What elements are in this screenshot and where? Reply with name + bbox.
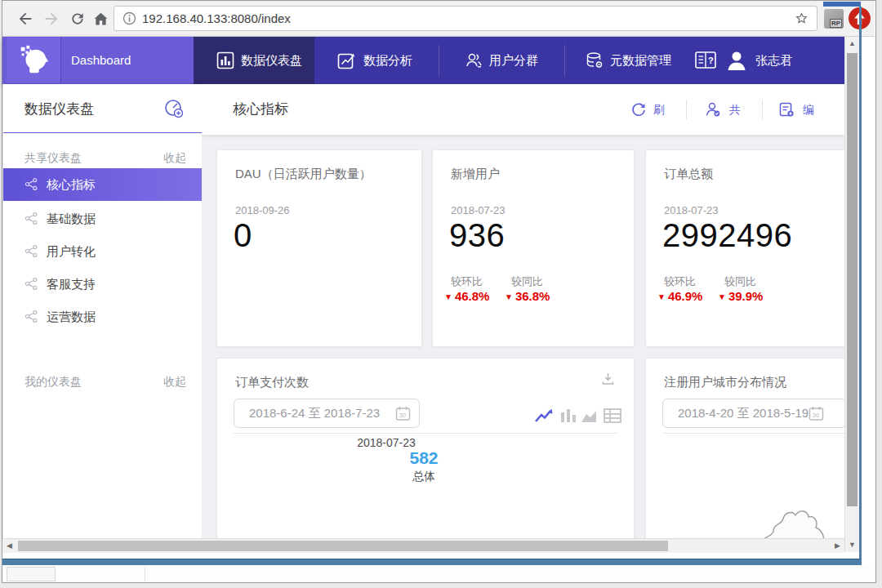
svg-text:30: 30: [813, 412, 819, 418]
logo[interactable]: [7, 38, 61, 83]
frame-blue-right-edge: [859, 7, 862, 559]
kpi-card-dau: DAU（日活跃用户数量） 2018-09-26 0: [216, 149, 422, 347]
database-gear-icon: [586, 51, 604, 69]
new-dashboard-icon[interactable]: [163, 98, 185, 119]
scroll-right-arrow[interactable]: ▶: [831, 539, 844, 553]
area-chart-type-icon[interactable]: [580, 408, 599, 424]
sidebar-item-support[interactable]: 客服支持: [3, 268, 203, 301]
bar-chart-icon: [216, 51, 234, 69]
bookmark-star-icon[interactable]: [794, 11, 809, 26]
vertical-scrollbar[interactable]: ▲ ▼: [844, 37, 859, 552]
url-text[interactable]: 192.168.40.133:8080/index: [142, 7, 291, 30]
trend-box-icon: [337, 51, 355, 69]
forward-arrow-icon: [42, 10, 60, 28]
main-content: 核心指标 刷新 共享 编辑 DAU（日活跃用户数量） 2018-09-26 0: [202, 84, 844, 538]
city-map-card: 注册用户城市分布情况 2018-4-20 至 2018-5-19 30: [645, 358, 844, 538]
horizontal-scrollbar[interactable]: ◀ ▶: [2, 538, 844, 553]
users-icon: [465, 51, 483, 69]
share-icon: [24, 244, 38, 258]
pixel-head-logo-icon: [16, 43, 51, 78]
sidebar-item-basic-data[interactable]: 基础数据: [3, 203, 203, 235]
share-icon: [24, 277, 38, 291]
tab-label: 数据分析: [363, 37, 412, 84]
kpi-value: 0: [234, 217, 252, 254]
vertical-scrollbar-thumb[interactable]: [847, 53, 858, 506]
calendar-icon: 30: [395, 406, 411, 421]
download-icon[interactable]: [601, 372, 615, 385]
forward-button[interactable]: [40, 7, 63, 30]
status-box: [7, 567, 56, 581]
tab-label: 用户分群: [489, 37, 538, 84]
reload-button[interactable]: [66, 7, 89, 30]
down-triangle-icon: ▼: [444, 292, 452, 301]
kpi-value: 2992496: [662, 217, 792, 254]
help-manual-icon[interactable]: ?: [694, 51, 717, 70]
card-divider: [662, 433, 844, 434]
date-range-value: 2018-6-24 至 2018-7-23: [249, 399, 380, 427]
kpi-title: 新增用户: [451, 167, 500, 182]
header-divider: [686, 100, 687, 119]
status-divider: [145, 566, 145, 581]
sidebar-item-label: 基础数据: [47, 203, 96, 235]
share-icon: [24, 177, 38, 191]
tab-analysis[interactable]: 数据分析: [314, 37, 439, 84]
date-range-input[interactable]: 2018-6-24 至 2018-7-23 30: [234, 399, 420, 428]
table-type-icon[interactable]: [603, 408, 622, 424]
tab-label: 数据仪表盘: [241, 37, 302, 84]
line-chart-type-icon[interactable]: [534, 408, 554, 424]
frame-blue-sliver: [823, 2, 861, 7]
browser-toolbar: 192.168.40.133:8080/index RP: [2, 1, 875, 37]
calendar-icon: 30: [808, 406, 824, 421]
home-icon: [92, 11, 109, 28]
address-bar[interactable]: 192.168.40.133:8080/index: [114, 6, 817, 31]
user-name[interactable]: 张志君: [755, 37, 792, 84]
my-collapse-link[interactable]: 收起: [163, 375, 186, 390]
sidebar-item-core-metrics[interactable]: 核心指标: [3, 168, 203, 201]
scroll-left-arrow[interactable]: ◀: [2, 539, 16, 553]
svg-text:30: 30: [399, 412, 406, 418]
page-title: 核心指标: [233, 84, 288, 135]
back-arrow-icon: [16, 10, 34, 28]
screen: 192.168.40.133:8080/index RP: [0, 0, 882, 588]
scroll-up-arrow[interactable]: ▲: [845, 37, 859, 51]
kpi-title: 订单总额: [664, 167, 713, 182]
tab-metadata[interactable]: 元数据管理: [564, 37, 690, 84]
horizontal-scrollbar-thumb[interactable]: [18, 541, 668, 551]
tab-user-segments[interactable]: 用户分群: [439, 37, 564, 84]
sidebar-item-label: 核心指标: [47, 168, 96, 201]
share-icon: [24, 310, 38, 323]
down-triangle-icon: ▼: [505, 292, 513, 301]
kpi-value: 936: [449, 217, 505, 254]
scroll-down-arrow[interactable]: ▼: [845, 538, 859, 552]
shared-collapse-link[interactable]: 收起: [163, 151, 186, 166]
tooltip-series: 总体: [379, 470, 469, 484]
sidebar-item-label: 客服支持: [47, 268, 96, 301]
sidebar-item-user-conversion[interactable]: 用户转化: [3, 235, 203, 268]
date-range-value: 2018-4-20 至 2018-5-19: [678, 399, 808, 427]
sidebar-divider: [3, 132, 203, 133]
header-divider: [762, 100, 763, 119]
down-triangle-icon: ▼: [718, 292, 726, 301]
user-avatar-icon[interactable]: [725, 49, 748, 72]
person-check-icon: [705, 101, 721, 118]
kpi-date: 2018-07-23: [664, 204, 719, 216]
china-map-outline: [726, 496, 832, 538]
bar-chart-type-icon[interactable]: [559, 408, 578, 424]
mom-value: ▼46.9%: [657, 289, 702, 303]
edit-document-icon: [778, 101, 795, 118]
yoy-label: 较同比: [511, 274, 543, 289]
tab-dashboards[interactable]: 数据仪表盘: [194, 37, 314, 84]
rp-extension-icon[interactable]: RP: [824, 9, 844, 29]
date-range-input[interactable]: 2018-4-20 至 2018-5-19 30: [662, 399, 844, 428]
yoy-value: ▼39.9%: [718, 289, 763, 303]
payment-chart-card: 订单支付次数 2018-6-24 至 2018-7-23 30 2018-07-…: [216, 358, 635, 538]
down-triangle-icon: ▼: [657, 292, 666, 301]
kpi-card-new-users: 新增用户 2018-07-23 936 较环比 较同比 ▼46.8% ▼36.8…: [432, 149, 635, 347]
chart-card-title: 订单支付次数: [235, 375, 309, 390]
home-button[interactable]: [89, 7, 112, 30]
content-header: 核心指标 刷新 共享 编辑: [202, 84, 844, 135]
svg-text:?: ?: [708, 56, 714, 65]
back-button[interactable]: [14, 7, 37, 30]
my-section-label: 我的仪表盘: [24, 375, 82, 390]
sidebar-item-operations[interactable]: 运营数据: [3, 301, 203, 333]
